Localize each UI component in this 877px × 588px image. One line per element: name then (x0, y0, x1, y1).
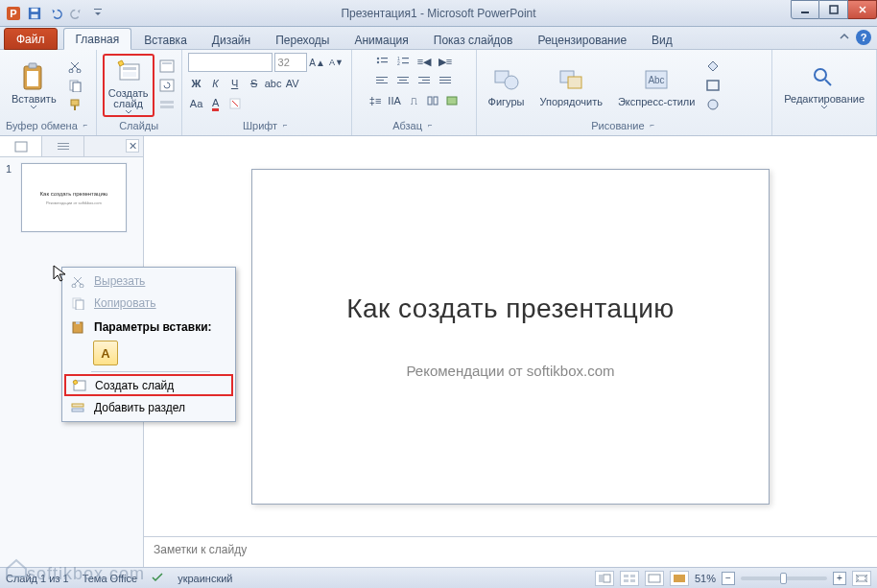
shapes-icon (491, 64, 522, 95)
font-color-icon[interactable]: A (207, 95, 225, 112)
slide-subtitle[interactable]: Рекомендации от softikbox.com (406, 363, 614, 379)
align-left-icon[interactable] (372, 72, 391, 89)
shrink-font-icon[interactable]: A▼ (328, 54, 345, 71)
tab-slideshow[interactable]: Показ слайдов (421, 29, 526, 50)
char-spacing-icon[interactable]: AV (284, 75, 301, 92)
underline-icon[interactable]: Ч (226, 75, 244, 92)
tab-view[interactable]: Вид (639, 29, 685, 50)
align-text-icon[interactable]: ⎍ (405, 92, 422, 109)
arrange-label: Упорядочить (539, 97, 602, 107)
paste-button[interactable]: Вставить (6, 54, 62, 117)
text-shadow-icon[interactable]: abc (265, 75, 282, 92)
group-paragraph: 12 ≡◀ ▶≡ ‡≡ IIA ⎍ Абзац⌐ (352, 50, 477, 135)
panel-tab-slides[interactable] (0, 136, 42, 156)
tab-animation[interactable]: Анимация (342, 29, 420, 50)
font-family-combo[interactable] (188, 53, 273, 72)
view-slideshow-icon[interactable] (670, 571, 689, 586)
slide[interactable]: Как создать презентацию Рекомендации от … (251, 169, 770, 505)
editing-button[interactable]: Редактирование (778, 54, 870, 117)
dialog-launcher-icon[interactable]: ⌐ (81, 121, 90, 130)
convert-smartart-icon[interactable] (443, 92, 461, 109)
svg-rect-60 (58, 146, 69, 147)
view-reading-icon[interactable] (645, 571, 664, 586)
change-case-icon[interactable]: Aa (188, 95, 205, 112)
numbering-icon[interactable]: 12 (393, 53, 413, 70)
strikethrough-icon[interactable]: S (246, 75, 263, 92)
tab-file[interactable]: Файл (4, 28, 58, 50)
arrange-button[interactable]: Упорядочить (533, 54, 607, 117)
shape-fill-icon[interactable] (704, 58, 722, 75)
status-language[interactable]: украинский (178, 573, 232, 584)
increase-indent-icon[interactable]: ▶≡ (436, 53, 455, 70)
cm-add-section[interactable]: Добавить раздел (64, 397, 233, 418)
shape-effects-icon[interactable] (704, 96, 722, 113)
cm-new-slide[interactable]: Создать слайд (64, 374, 233, 396)
font-size-combo[interactable]: 32 (274, 53, 307, 72)
slide-canvas[interactable]: Как создать презентацию Рекомендации от … (144, 136, 877, 536)
format-painter-icon[interactable] (66, 96, 83, 113)
slide-section-icon[interactable] (158, 96, 176, 113)
line-spacing-icon[interactable]: ‡≡ (367, 92, 384, 109)
zoom-slider[interactable] (741, 576, 827, 580)
tab-insert[interactable]: Вставка (131, 29, 200, 50)
decrease-indent-icon[interactable]: ≡◀ (415, 53, 434, 70)
dialog-launcher-icon[interactable]: ⌐ (280, 121, 290, 130)
thumb-row: 1 Как создать презентацию Рекомендации о… (6, 163, 137, 232)
undo-icon[interactable] (46, 4, 65, 23)
slide-thumbnail[interactable]: Как создать презентацию Рекомендации от … (21, 163, 127, 232)
dialog-launcher-icon[interactable]: ⌐ (425, 121, 435, 130)
align-right-icon[interactable] (415, 72, 434, 89)
maximize-button[interactable] (819, 0, 848, 19)
zoom-out-button[interactable]: − (722, 572, 735, 585)
clear-format-icon[interactable] (226, 95, 244, 112)
slide-reset-icon[interactable] (158, 77, 176, 94)
panel-tab-outline[interactable] (42, 136, 84, 156)
new-slide-button[interactable]: Создать слайд (103, 54, 154, 117)
copy-icon[interactable] (66, 77, 83, 94)
redo-icon[interactable] (67, 4, 86, 23)
zoom-label[interactable]: 51% (695, 573, 716, 584)
align-center-icon[interactable] (393, 72, 413, 89)
svg-rect-34 (376, 77, 388, 78)
fit-to-window-icon[interactable] (852, 571, 871, 586)
grow-font-icon[interactable]: A▲ (309, 54, 326, 71)
app-icon[interactable]: P (4, 4, 23, 23)
quick-styles-icon: Abc (641, 64, 672, 95)
bold-icon[interactable]: Ж (188, 75, 205, 92)
italic-icon[interactable]: К (207, 75, 225, 92)
panel-close-icon[interactable]: ✕ (126, 139, 139, 153)
zoom-in-button[interactable]: + (833, 572, 846, 585)
tab-home[interactable]: Главная (63, 28, 132, 50)
minimize-button[interactable] (791, 0, 819, 19)
tab-transitions[interactable]: Переходы (263, 29, 342, 50)
zoom-handle[interactable] (780, 573, 787, 584)
shapes-button[interactable]: Фигуры (483, 54, 531, 117)
dialog-launcher-icon[interactable]: ⌐ (648, 121, 657, 130)
svg-point-28 (377, 61, 379, 63)
qat-customize-icon[interactable] (88, 4, 107, 23)
slide-layout-icon[interactable] (158, 58, 176, 75)
quick-styles-button[interactable]: Abc Экспресс-стили (612, 54, 700, 117)
close-button[interactable] (848, 0, 877, 19)
help-icon[interactable]: ? (856, 30, 871, 45)
svg-rect-73 (624, 575, 628, 577)
quick-styles-label: Экспресс-стили (618, 97, 695, 107)
status-spellcheck-icon[interactable] (151, 572, 164, 585)
columns-icon[interactable] (424, 92, 441, 109)
align-justify-icon[interactable] (436, 72, 455, 89)
view-normal-icon[interactable] (595, 571, 614, 586)
slide-title[interactable]: Как создать презентацию (346, 294, 675, 324)
cut-icon[interactable] (66, 58, 83, 75)
shape-outline-icon[interactable] (704, 77, 722, 94)
tab-review[interactable]: Рецензирование (525, 29, 639, 50)
save-icon[interactable] (25, 4, 44, 23)
ribbon-minimize-icon[interactable] (839, 31, 850, 45)
notes-pane[interactable]: Заметки к слайду (144, 536, 877, 567)
text-direction-icon[interactable]: IIA (386, 92, 403, 109)
window-controls (791, 0, 877, 19)
view-sorter-icon[interactable] (620, 571, 639, 586)
tab-design[interactable]: Дизайн (200, 29, 263, 50)
paste-option-keep-formatting[interactable]: A (93, 341, 118, 365)
svg-rect-43 (439, 77, 451, 78)
bullets-icon[interactable] (372, 53, 391, 70)
